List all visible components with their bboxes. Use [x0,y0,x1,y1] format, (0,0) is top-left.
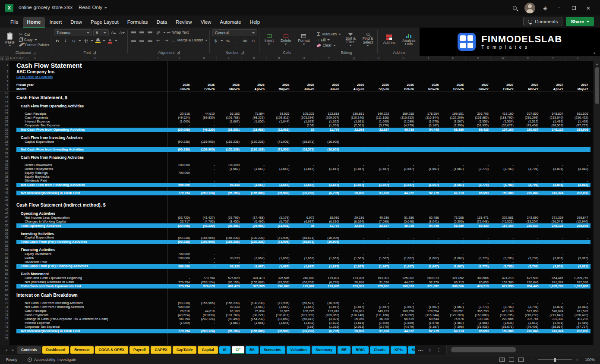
cell[interactable]: - [391,171,416,175]
cell[interactable]: Oct-26 [391,87,416,91]
cell[interactable]: (4,792) [192,220,217,223]
decrease-decimal-button[interactable]: .0 [249,38,256,44]
cell[interactable]: (203,124) [192,280,217,284]
cell[interactable]: - [441,140,466,144]
cell[interactable]: (130,238) [242,301,267,305]
cell[interactable]: Jul-26 [316,87,341,91]
increase-decimal-button[interactable]: .00 [241,38,248,44]
row-number[interactable]: 7 [0,87,9,91]
cell[interactable]: (1,469) [565,321,591,325]
cell[interactable]: - [441,163,466,167]
row-label[interactable] [16,337,167,340]
menu-item-insert[interactable]: Insert [45,17,66,28]
cell[interactable]: - [416,163,441,167]
cell[interactable]: - [391,252,416,256]
cell[interactable]: (6,187) [416,124,441,128]
cell[interactable]: (46,220) [192,128,217,132]
cell[interactable]: 40,286 [366,216,392,220]
cell[interactable]: (79,408) [516,325,541,329]
cell[interactable]: (1,644) [267,321,292,325]
cell[interactable]: - [565,163,591,167]
row-label[interactable] [16,100,167,104]
cell[interactable]: (1,667) [341,305,366,309]
cell[interactable]: 854,445 [540,276,565,280]
cell[interactable]: (71,905) [267,140,292,144]
cell[interactable]: 2026 [416,83,441,87]
cell[interactable]: Sep-26 [366,87,392,91]
cell[interactable]: 66,713 [441,280,466,284]
cell[interactable]: (1,667) [341,256,366,260]
row-label[interactable]: Change in Cash (Pre-Corporate Tax & Inte… [16,317,167,321]
cell[interactable]: (58,571) [291,236,316,240]
row-number[interactable]: 34 [0,160,9,163]
cell[interactable]: (1,667) [416,167,441,171]
cell[interactable]: (58,571) [291,140,316,144]
row-number[interactable]: 55 [0,244,9,248]
row-label[interactable]: Loans [16,256,167,260]
cell[interactable]: - [516,252,541,256]
cell[interactable]: (1,000) [167,321,192,325]
row-label[interactable]: Dividends Paid [16,260,167,264]
cell[interactable]: - [516,171,541,175]
cell[interactable]: 2026 [316,83,341,87]
cell[interactable]: 779,754 [192,276,217,280]
cell[interactable]: (90,238) [167,301,192,305]
cell[interactable]: - [516,236,541,240]
horizontal-scrollbar-thumb[interactable] [451,347,516,352]
cell[interactable]: (6,795) [316,329,341,334]
menu-item-view[interactable]: View [196,17,216,28]
align-bottom-button[interactable] [147,29,154,36]
cell[interactable]: (93,490) [217,317,242,321]
cell[interactable]: - [391,175,416,179]
cell[interactable]: 700,000 [167,171,192,175]
cell[interactable]: (90,238) [167,147,192,152]
column-header-J[interactable]: J [167,56,192,61]
cell[interactable]: 226,846 [516,191,541,195]
cell[interactable]: 226,846 [516,280,541,284]
cell[interactable]: (3,780) [491,305,516,309]
cell[interactable]: 321,852 [416,284,441,289]
cell[interactable]: (3,821) [316,317,341,321]
cell[interactable]: (85,502) [267,191,292,195]
row-number[interactable]: 72 [0,309,9,313]
share-button[interactable]: Share [566,17,594,26]
cell[interactable]: 325,585 [242,284,267,289]
row-number[interactable]: 14 [0,95,9,100]
column-header-V[interactable]: V [466,56,491,61]
underline-button[interactable]: U [70,38,77,44]
row-number[interactable]: 31 [0,147,9,152]
cell[interactable]: (8,455) [217,220,242,223]
cell[interactable]: (213,640) [540,116,565,119]
cell[interactable]: - [366,240,392,245]
zoom-slider[interactable] [538,359,572,360]
cell[interactable]: (95,156) [217,280,242,284]
cell[interactable]: May-26 [267,87,292,91]
row-label[interactable] [16,298,167,301]
row-number[interactable]: 30 [0,144,9,147]
cell[interactable]: 271,369 [540,216,565,220]
cell[interactable]: 66,713 [441,329,466,334]
row-number[interactable]: 28 [0,140,9,144]
cell[interactable]: (58,571) [291,240,316,245]
row-label[interactable]: Operating Activities [16,211,167,216]
cell[interactable]: - [192,305,217,309]
cell[interactable]: (3,812) [565,167,591,171]
cell[interactable]: Jan-27 [466,87,491,91]
cell[interactable]: (188,795) [491,313,516,317]
cell[interactable]: (60,203) [291,329,316,334]
cell[interactable]: (8,041) [416,220,441,223]
zoom-slider-thumb[interactable] [554,358,556,362]
cell[interactable]: 22,563 [341,223,366,228]
cell[interactable]: (158) [291,124,316,128]
merge-center-button[interactable]: ↔Merge & Center [171,38,208,43]
cell[interactable]: 780,754 [167,317,192,321]
cell[interactable]: (110,146) [341,116,366,119]
cell[interactable]: - [540,179,565,183]
cell[interactable]: (46,220) [192,223,217,228]
cell[interactable]: - [466,301,491,305]
cell[interactable]: - [267,260,292,264]
cell[interactable]: 200,000 [167,256,192,260]
cell[interactable]: (111,166) [366,116,392,119]
row-number[interactable]: 73 [0,313,9,317]
orientation-chevron-icon[interactable] [163,32,166,33]
